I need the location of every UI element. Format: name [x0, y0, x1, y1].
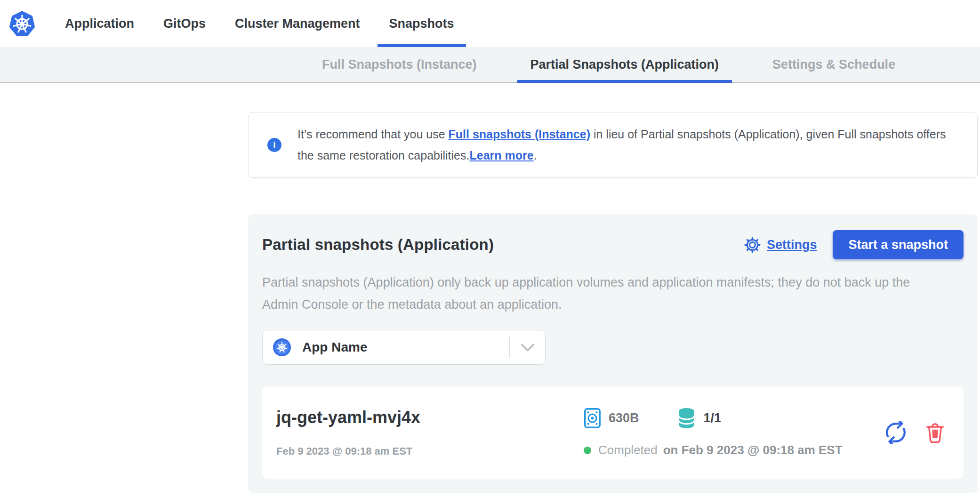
status-dot-icon — [584, 447, 591, 454]
app-name-value: App Name — [302, 340, 367, 355]
info-callout: i It’s recommend that you use Full snaps… — [248, 112, 978, 178]
snapshot-name: jq-get-yaml-mvj4x — [276, 408, 584, 427]
panel-header: Partial snapshots (Application) — [262, 230, 964, 259]
info-icon: i — [267, 138, 281, 152]
snapshot-volumes-metric: 1/1 — [677, 408, 722, 429]
panel-description: Partial snapshots (Application) only bac… — [262, 272, 935, 316]
disk-icon — [584, 408, 601, 429]
delete-snapshot-button[interactable] — [925, 422, 945, 444]
top-navigation: Application GitOps Cluster Management Sn… — [0, 0, 980, 47]
start-snapshot-button[interactable]: Start a snapshot — [833, 230, 964, 259]
chevron-down-icon[interactable] — [510, 343, 545, 352]
snapshot-metrics: 630B 1/1 — [584, 408, 843, 429]
restore-snapshot-button[interactable] — [884, 421, 908, 444]
snapshot-size-metric: 630B — [584, 408, 639, 429]
info-message: It’s recommend that you use Full snapsho… — [297, 124, 958, 166]
snapshot-row[interactable]: jq-get-yaml-mvj4x Feb 9 2023 @ 09:18 am … — [262, 386, 964, 479]
snapshot-info: jq-get-yaml-mvj4x Feb 9 2023 @ 09:18 am … — [276, 408, 584, 457]
snapshots-sub-tabs: Full Snapshots (Instance) Partial Snapsh… — [0, 47, 980, 83]
snapshot-status: Completed — [598, 443, 658, 457]
snapshot-details: 630B 1/1 Completed o — [584, 408, 843, 457]
settings-link-label: Settings — [767, 238, 817, 252]
gear-icon — [744, 236, 761, 254]
primary-tabs: Application GitOps Cluster Management Sn… — [65, 0, 454, 47]
kubernetes-app-icon — [273, 338, 291, 356]
database-icon — [677, 408, 696, 429]
restore-icon — [884, 421, 908, 444]
partial-snapshots-panel: Partial snapshots (Application) — [248, 214, 978, 493]
snapshot-started-timestamp: Feb 9 2023 @ 09:18 am EST — [276, 445, 584, 457]
app-select-right — [509, 330, 545, 364]
subtab-full-snapshots[interactable]: Full Snapshots (Instance) — [309, 47, 490, 82]
snapshot-status-line: Completed on Feb 9 2023 @ 09:18 am EST — [584, 443, 843, 457]
info-text-before: It’s recommend that you use — [297, 128, 449, 141]
kubernetes-logo-icon — [8, 10, 36, 37]
panel-actions: Settings Start a snapshot — [744, 230, 964, 259]
subtab-partial-snapshots[interactable]: Partial Snapshots (Application) — [517, 47, 732, 82]
tab-cluster-management[interactable]: Cluster Management — [235, 0, 360, 47]
snapshot-volumes-value: 1/1 — [704, 411, 722, 425]
snapshot-settings-link[interactable]: Settings — [744, 236, 817, 254]
app-name-select[interactable]: App Name — [262, 330, 546, 365]
snapshot-actions — [884, 421, 945, 444]
full-snapshots-link[interactable]: Full snapshots (Instance) — [449, 128, 590, 141]
snapshot-finished-timestamp: on Feb 9 2023 @ 09:18 am EST — [663, 443, 843, 457]
snapshot-size-value: 630B — [609, 411, 639, 425]
tab-snapshots[interactable]: Snapshots — [389, 0, 454, 47]
main-content: i It’s recommend that you use Full snaps… — [248, 112, 978, 493]
trash-icon — [925, 422, 945, 444]
subtab-settings-schedule[interactable]: Settings & Schedule — [759, 47, 908, 82]
learn-more-link[interactable]: Learn more — [469, 149, 533, 162]
panel-title: Partial snapshots (Application) — [262, 236, 494, 254]
tab-application[interactable]: Application — [65, 0, 134, 47]
info-text-after: . — [534, 149, 537, 162]
tab-gitops[interactable]: GitOps — [163, 0, 206, 47]
